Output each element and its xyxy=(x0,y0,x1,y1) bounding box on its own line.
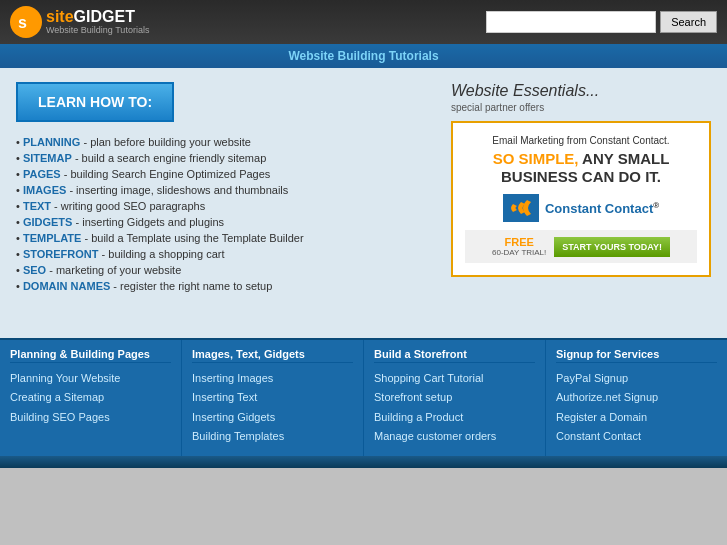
bottom-col-3-header: Build a Storefront xyxy=(374,348,535,363)
main-content: LEARN HOW TO: PLANNING - plan before bui… xyxy=(0,68,727,338)
logo-site: site xyxy=(46,9,74,25)
ad-cc-icon xyxy=(503,194,539,222)
tutorial-link[interactable]: TEXT xyxy=(23,200,51,212)
bottom-nav-link[interactable]: Building Templates xyxy=(192,429,353,443)
ad-cc-logo: Constant Contact® xyxy=(465,194,697,222)
ad-start-button[interactable]: START YOURS TODAY! xyxy=(554,237,670,257)
list-item: TEXT - writing good SEO paragraphs xyxy=(16,200,435,212)
ad-cc-registered: ® xyxy=(653,201,659,210)
list-item: SITEMAP - build a search engine friendly… xyxy=(16,152,435,164)
bottom-col-2-header: Images, Text, Gidgets xyxy=(192,348,353,363)
bottom-col-4-header: Signup for Services xyxy=(556,348,717,363)
bottom-nav-link[interactable]: Constant Contact xyxy=(556,429,717,443)
bottom-nav-link[interactable]: Creating a Sitemap xyxy=(10,390,171,404)
bottom-nav-link[interactable]: PayPal Signup xyxy=(556,371,717,385)
tutorial-link[interactable]: TEMPLATE xyxy=(23,232,81,244)
tutorial-link[interactable]: SEO xyxy=(23,264,46,276)
tutorial-list: PLANNING - plan before building your web… xyxy=(16,136,435,292)
svg-text:s: s xyxy=(18,14,27,31)
bottom-col-2: Images, Text, Gidgets Inserting ImagesIn… xyxy=(182,340,364,456)
ad-box: Email Marketing from Constant Contact. S… xyxy=(451,121,711,277)
list-item: IMAGES - inserting image, slideshows and… xyxy=(16,184,435,196)
tutorial-description: - build a Template using the Template Bu… xyxy=(81,232,303,244)
tutorial-link[interactable]: SITEMAP xyxy=(23,152,72,164)
tutorial-description: - marketing of your website xyxy=(46,264,181,276)
tutorial-link[interactable]: DOMAIN NAMES xyxy=(23,280,110,292)
list-item: PAGES - building Search Engine Optimized… xyxy=(16,168,435,180)
list-item: DOMAIN NAMES - register the right name t… xyxy=(16,280,435,292)
site-logo-icon: s xyxy=(10,6,42,38)
ad-free-text: FREE xyxy=(492,236,546,248)
ad-bottom: FREE 60-DAY TRIAL! START YOURS TODAY! xyxy=(465,230,697,263)
bottom-nav-link[interactable]: Inserting Images xyxy=(192,371,353,385)
bottom-nav-link[interactable]: Building a Product xyxy=(374,410,535,424)
bottom-nav-link[interactable]: Inserting Text xyxy=(192,390,353,404)
tutorial-description: - building Search Engine Optimized Pages xyxy=(61,168,271,180)
header: s site GIDGET Website Building Tutorials… xyxy=(0,0,727,44)
bottom-col-3-links: Shopping Cart TutorialStorefront setupBu… xyxy=(374,371,535,443)
tutorial-description: - inserting Gidgets and plugins xyxy=(72,216,224,228)
footer xyxy=(0,456,727,468)
bottom-col-1-header: Planning & Building Pages xyxy=(10,348,171,363)
bottom-col-2-links: Inserting ImagesInserting TextInserting … xyxy=(192,371,353,443)
nav-tutorials-link[interactable]: Website Building Tutorials xyxy=(288,49,438,63)
left-column: LEARN HOW TO: PLANNING - plan before bui… xyxy=(16,82,435,324)
essentials-title: Website Essentials... xyxy=(451,82,711,100)
right-column: Website Essentials... special partner of… xyxy=(451,82,711,324)
bottom-col-3: Build a Storefront Shopping Cart Tutoria… xyxy=(364,340,546,456)
list-item: GIDGETS - inserting Gidgets and plugins xyxy=(16,216,435,228)
search-area: Search xyxy=(486,11,717,33)
bottom-nav: Planning & Building Pages Planning Your … xyxy=(0,338,727,456)
list-item: PLANNING - plan before building your web… xyxy=(16,136,435,148)
tutorial-description: - writing good SEO paragraphs xyxy=(51,200,205,212)
bottom-col-4: Signup for Services PayPal SignupAuthori… xyxy=(546,340,727,456)
bottom-nav-link[interactable]: Inserting Gidgets xyxy=(192,410,353,424)
tutorial-link[interactable]: PAGES xyxy=(23,168,61,180)
tutorial-link[interactable]: IMAGES xyxy=(23,184,66,196)
bottom-nav-link[interactable]: Manage customer orders xyxy=(374,429,535,443)
bottom-nav-link[interactable]: Building SEO Pages xyxy=(10,410,171,424)
search-input[interactable] xyxy=(486,11,656,33)
tutorial-description: - building a shopping cart xyxy=(99,248,225,260)
tutorial-link[interactable]: GIDGETS xyxy=(23,216,73,228)
tutorial-description: - plan before building your website xyxy=(80,136,251,148)
ad-free-area: FREE 60-DAY TRIAL! xyxy=(492,236,546,257)
search-button[interactable]: Search xyxy=(660,11,717,33)
tutorial-description: - inserting image, slideshows and thumbn… xyxy=(66,184,288,196)
logo-gidget: GIDGET xyxy=(74,9,135,25)
ad-cc-name: Constant Contact xyxy=(545,201,653,216)
bottom-nav-link[interactable]: Planning Your Website xyxy=(10,371,171,385)
logo-text: site GIDGET Website Building Tutorials xyxy=(46,9,149,35)
bottom-nav-link[interactable]: Register a Domain xyxy=(556,410,717,424)
ad-bold-text: SO SIMPLE, ANY SMALL BUSINESS CAN DO IT. xyxy=(465,150,697,186)
ad-trial-text: 60-DAY TRIAL! xyxy=(492,248,546,257)
bottom-col-1-links: Planning Your WebsiteCreating a SitemapB… xyxy=(10,371,171,424)
list-item: TEMPLATE - build a Template using the Te… xyxy=(16,232,435,244)
list-item: SEO - marketing of your website xyxy=(16,264,435,276)
bottom-col-4-links: PayPal SignupAuthorize.net SignupRegiste… xyxy=(556,371,717,443)
essentials-subtitle: special partner offers xyxy=(451,102,711,113)
ad-logo-area: Constant Contact® xyxy=(465,194,697,222)
tutorial-link[interactable]: PLANNING xyxy=(23,136,80,148)
tutorial-link[interactable]: STOREFRONT xyxy=(23,248,99,260)
bottom-nav-link[interactable]: Authorize.net Signup xyxy=(556,390,717,404)
learn-how-button[interactable]: LEARN HOW TO: xyxy=(16,82,174,122)
tutorial-description: - build a search engine friendly sitemap xyxy=(72,152,266,164)
list-item: STOREFRONT - building a shopping cart xyxy=(16,248,435,260)
bottom-nav-link[interactable]: Storefront setup xyxy=(374,390,535,404)
nav-bar: Website Building Tutorials xyxy=(0,44,727,68)
logo-tagline: Website Building Tutorials xyxy=(46,25,149,35)
bottom-col-1: Planning & Building Pages Planning Your … xyxy=(0,340,182,456)
bottom-nav-link[interactable]: Shopping Cart Tutorial xyxy=(374,371,535,385)
ad-orange-text: SO SIMPLE, xyxy=(493,150,579,167)
tutorial-description: - register the right name to setup xyxy=(110,280,272,292)
logo-area: s site GIDGET Website Building Tutorials xyxy=(10,6,149,38)
ad-email-text: Email Marketing from Constant Contact. xyxy=(465,135,697,146)
